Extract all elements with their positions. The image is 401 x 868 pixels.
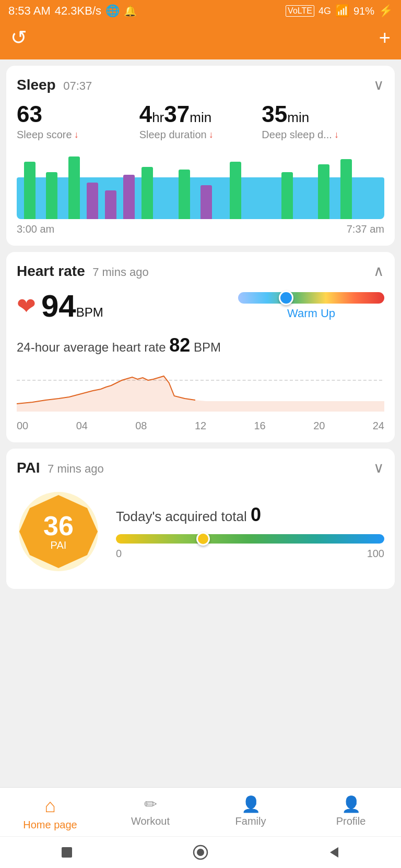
deep-sleep-down-arrow: ↓ (334, 129, 339, 140)
sleep-duration-stat: 4hr37min Sleep duration ↓ (139, 102, 262, 141)
hr-title-group: Heart rate 7 mins ago (17, 263, 149, 280)
pai-right: Today's acquired total 0 0 100 (116, 504, 384, 560)
sleep-bar-9 (200, 185, 212, 219)
status-left: 8:53 AM 42.3KB/s 🌐 🔔 (8, 4, 137, 18)
sleep-score-value: 63 (17, 102, 139, 127)
nav-family[interactable]: 👤 Family (200, 795, 301, 831)
pai-bar-indicator (196, 532, 210, 546)
nav-circle-button[interactable] (190, 842, 211, 863)
status-right: VoLTE 4G 📶 91% ⚡ (286, 4, 393, 18)
workout-icon: ✏ (144, 795, 157, 813)
pai-card: PAI 7 mins ago ∨ 36 PAI (6, 449, 395, 589)
sleep-start-time: 3:00 am (17, 223, 54, 235)
sleep-title: Sleep (17, 77, 56, 93)
hr-time-labels: 00 04 08 12 16 20 24 (17, 420, 384, 432)
status-bar: 8:53 AM 42.3KB/s 🌐 🔔 VoLTE 4G 📶 91% ⚡ (0, 0, 401, 22)
triangle-back-icon (327, 845, 341, 860)
add-button[interactable]: + (379, 27, 391, 49)
nav-home-label: Home page (23, 819, 77, 831)
sleep-end-time: 7:37 am (347, 223, 384, 235)
network-speed: 42.3KB/s (55, 4, 101, 18)
hr-chevron-up[interactable]: ∧ (373, 262, 384, 280)
volte-icon: VoLTE (286, 5, 314, 17)
sleep-card-header: Sleep 07:37 ∨ (17, 76, 384, 93)
pai-value: 36 (43, 512, 74, 539)
hr-updated: 7 mins ago (92, 266, 149, 279)
nav-profile-label: Profile (336, 815, 366, 827)
sleep-bar-5 (105, 190, 116, 219)
circle-icon (192, 844, 209, 861)
home-icon: ⌂ (44, 795, 56, 817)
pai-title-group: PAI 7 mins ago (17, 460, 104, 476)
time-display: 8:53 AM (8, 4, 51, 18)
sleep-stats: 63 Sleep score ↓ 4hr37min Sleep duration… (17, 102, 384, 141)
sleep-bar-7 (141, 167, 153, 219)
deep-sleep-value: 35min (262, 102, 384, 127)
svg-marker-6 (330, 847, 338, 858)
main-content: Sleep 07:37 ∨ 63 Sleep score ↓ 4hr37min (0, 59, 401, 595)
system-nav (0, 836, 401, 868)
sleep-time: 07:37 (63, 79, 92, 92)
nav-profile[interactable]: 👤 Profile (301, 795, 401, 831)
sleep-bar-6 (123, 175, 135, 219)
charging-icon: ⚡ (379, 4, 393, 18)
hr-right: Warm Up (238, 292, 384, 320)
sleep-bar-11 (281, 172, 293, 219)
sleep-time-labels: 3:00 am 7:37 am (17, 223, 384, 235)
pai-range: 0 100 (116, 548, 384, 560)
family-icon: 👤 (241, 795, 261, 813)
nav-home[interactable]: ⌂ Home page (0, 795, 100, 831)
sleep-bar-10 (230, 162, 241, 219)
hr-zone-label: Warm Up (238, 307, 384, 320)
nav-back-button[interactable] (324, 842, 345, 863)
sleep-duration-value: 4hr37min (139, 102, 262, 127)
pai-hexagon: 36 PAI (17, 490, 100, 573)
hr-main: ❤ 94BPM Warm Up (17, 288, 384, 324)
hr-chart (17, 365, 384, 417)
heart-icon: ❤ (17, 293, 36, 319)
hr-zone-bar (238, 292, 384, 304)
nav-family-label: Family (235, 815, 266, 827)
deep-sleep-stat: 35min Deep sleep d... ↓ (262, 102, 384, 141)
profile-icon: 👤 (341, 795, 361, 813)
loading-icon: ↺ (10, 26, 27, 49)
sleep-bar-3 (68, 156, 80, 219)
pai-number-container: 36 PAI (43, 512, 74, 551)
hr-chart-svg (17, 365, 384, 412)
hr-title: Heart rate (17, 263, 85, 279)
globe-icon: 🌐 (105, 4, 120, 18)
app-bar: ↺ + (0, 22, 401, 59)
sleep-bar-4 (87, 183, 98, 219)
pai-label: PAI (43, 539, 74, 551)
bottom-nav-container: ⌂ Home page ✏ Workout 👤 Family 👤 Profile (0, 787, 401, 868)
sleep-bar-12 (318, 164, 329, 219)
pai-content: 36 PAI Today's acquired total 0 0 100 (17, 485, 384, 578)
sleep-bar-1 (24, 162, 36, 219)
hr-zone-indicator (279, 291, 293, 305)
pai-chevron-down[interactable]: ∨ (373, 459, 384, 476)
pai-range-min: 0 (116, 548, 122, 560)
heart-rate-header: Heart rate 7 mins ago ∧ (17, 262, 384, 280)
pai-range-max: 100 (367, 548, 384, 560)
sleep-chart (17, 151, 384, 219)
sleep-bar-2 (46, 172, 57, 219)
pai-header: PAI 7 mins ago ∨ (17, 459, 384, 476)
notification-icon: 🔔 (124, 5, 137, 17)
sleep-card: Sleep 07:37 ∨ 63 Sleep score ↓ 4hr37min (6, 66, 395, 246)
sleep-bar-13 (340, 159, 352, 219)
hr-left: ❤ 94BPM (17, 288, 103, 324)
nav-square-button[interactable] (56, 842, 77, 863)
nav-workout-label: Workout (131, 815, 170, 827)
signal-icon: 📶 (335, 4, 349, 18)
heart-rate-card: Heart rate 7 mins ago ∧ ❤ 94BPM Warm Up (6, 252, 395, 442)
pai-today: Today's acquired total 0 (116, 504, 384, 526)
sleep-score-stat: 63 Sleep score ↓ (17, 102, 139, 141)
sleep-chevron-down[interactable]: ∨ (373, 76, 384, 93)
hr-average: 24-hour average heart rate 82 BPM (17, 334, 384, 356)
svg-rect-3 (62, 847, 72, 858)
pai-updated: 7 mins ago (48, 462, 104, 475)
nav-workout[interactable]: ✏ Workout (100, 795, 200, 831)
sleep-duration-label: Sleep duration ↓ (139, 129, 262, 141)
sleep-bar-8 (179, 170, 190, 219)
battery-display: 91% (353, 5, 374, 17)
